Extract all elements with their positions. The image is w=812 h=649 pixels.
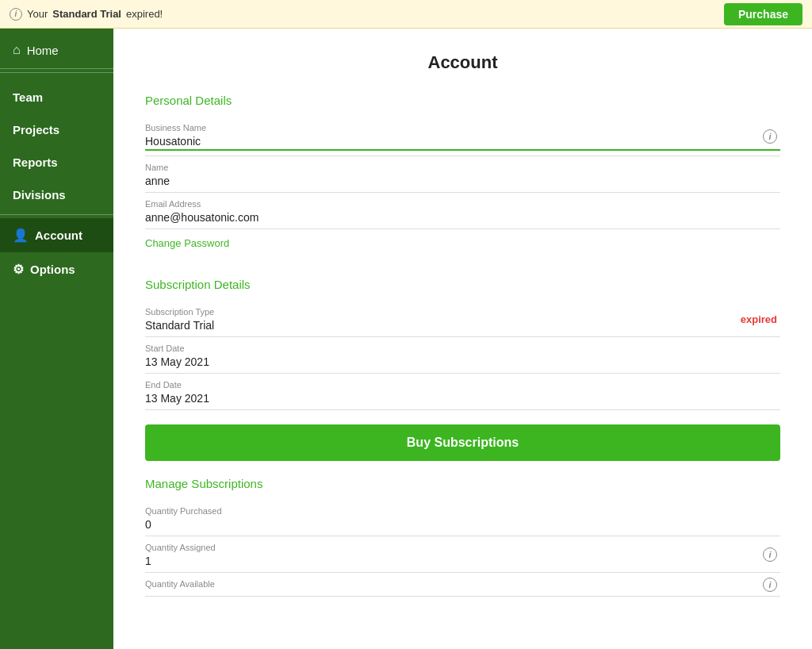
business-name-label: Business Name — [145, 123, 780, 132]
personal-details-fields: Business Name Housatonic i Name anne Ema… — [145, 117, 780, 229]
qty-available-label: Quantity Available — [145, 579, 780, 589]
banner-text-bold: Standard Trial — [52, 8, 121, 20]
banner-text-prefix: Your — [27, 8, 48, 20]
qty-assigned-field: Quantity Assigned 1 i — [145, 536, 780, 573]
subscription-type-value: Standard Trial — [145, 319, 780, 332]
manage-subscriptions-title: Manage Subscriptions — [145, 477, 780, 490]
name-label: Name — [145, 163, 780, 172]
home-icon: ⌂ — [13, 43, 21, 57]
subscription-expired-status: expired — [741, 313, 777, 324]
qty-available-info-icon[interactable]: i — [763, 578, 777, 592]
qty-purchased-field: Quantity Purchased 0 — [145, 500, 780, 536]
qty-purchased-label: Quantity Purchased — [145, 506, 780, 516]
qty-assigned-label: Quantity Assigned — [145, 543, 780, 552]
page-title: Account — [145, 52, 780, 73]
banner-message: i Your Standard Trial expired! — [10, 8, 163, 21]
business-name-field: Business Name Housatonic i — [145, 117, 780, 156]
sidebar-divider-2 — [0, 214, 113, 215]
email-label: Email Address — [145, 199, 780, 209]
qty-assigned-value: 1 — [145, 555, 780, 567]
email-field: Email Address anne@housatonic.com — [145, 193, 780, 229]
purchase-button[interactable]: Purchase — [724, 3, 802, 25]
name-field: Name anne — [145, 156, 780, 193]
personal-details-section: Personal Details Business Name Housatoni… — [145, 94, 780, 262]
email-value[interactable]: anne@housatonic.com — [145, 211, 780, 224]
end-date-label: End Date — [145, 380, 780, 390]
sidebar-account-label: Account — [35, 228, 82, 242]
trial-expired-banner: i Your Standard Trial expired! Purchase — [0, 0, 812, 29]
subscription-type-field: Subscription Type Standard Trial expired — [145, 301, 780, 337]
end-date-value: 13 May 2021 — [145, 392, 780, 405]
qty-assigned-info-icon[interactable]: i — [763, 547, 777, 562]
gear-icon: ⚙ — [13, 262, 24, 277]
subscription-details-title: Subscription Details — [145, 278, 780, 291]
qty-available-field: Quantity Available i — [145, 573, 780, 597]
start-date-field: Start Date 13 May 2021 — [145, 337, 780, 374]
sidebar-item-projects[interactable]: Projects — [0, 113, 113, 146]
qty-purchased-value: 0 — [145, 518, 780, 531]
business-name-info-icon[interactable]: i — [763, 129, 777, 144]
sidebar-options-label: Options — [30, 263, 75, 276]
sidebar-item-options[interactable]: ⚙ Options — [0, 252, 113, 286]
sidebar-home-label: Home — [27, 44, 59, 57]
sidebar-item-divisions[interactable]: Divisions — [0, 179, 113, 211]
sidebar-item-account[interactable]: 👤 Account — [0, 218, 113, 252]
change-password-link[interactable]: Change Password — [145, 237, 229, 249]
manage-subscriptions-fields: Quantity Purchased 0 Quantity Assigned 1… — [145, 500, 780, 597]
info-icon: i — [10, 8, 22, 21]
buy-subscriptions-button[interactable]: Buy Subscriptions — [145, 424, 780, 461]
subscription-type-label: Subscription Type — [145, 307, 780, 317]
sidebar: ⌂ Home Team Projects Reports Divisions 👤… — [0, 29, 113, 649]
manage-subscriptions-section: Manage Subscriptions Quantity Purchased … — [145, 477, 780, 597]
sidebar-divider-1 — [0, 72, 113, 73]
main-layout: ⌂ Home Team Projects Reports Divisions 👤… — [0, 29, 812, 649]
sidebar-item-home[interactable]: ⌂ Home — [0, 29, 113, 69]
name-value[interactable]: anne — [145, 175, 780, 187]
person-icon: 👤 — [13, 228, 29, 243]
sidebar-nav: Team Projects Reports Divisions 👤 Accoun… — [0, 81, 113, 286]
end-date-field: End Date 13 May 2021 — [145, 374, 780, 410]
main-content: Account Personal Details Business Name H… — [113, 29, 812, 649]
subscription-details-fields: Subscription Type Standard Trial expired… — [145, 301, 780, 410]
sidebar-item-team[interactable]: Team — [0, 81, 113, 113]
banner-text-suffix: expired! — [126, 8, 163, 20]
start-date-value: 13 May 2021 — [145, 355, 780, 368]
sidebar-item-reports[interactable]: Reports — [0, 146, 113, 179]
start-date-label: Start Date — [145, 344, 780, 353]
subscription-details-section: Subscription Details Subscription Type S… — [145, 278, 780, 461]
personal-details-title: Personal Details — [145, 94, 780, 107]
business-name-value[interactable]: Housatonic — [145, 135, 780, 151]
